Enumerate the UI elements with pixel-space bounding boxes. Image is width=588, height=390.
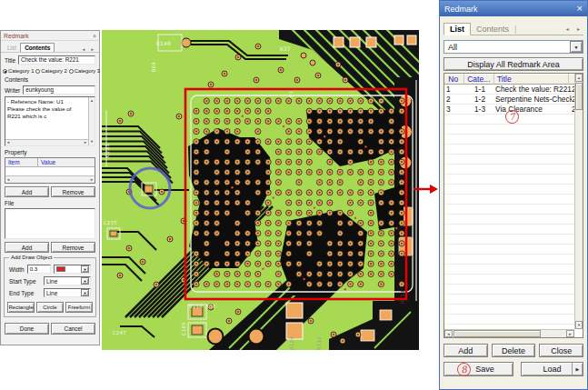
radio-category-2[interactable]: Category 2 — [35, 68, 66, 74]
left-panel-tabstrip: List Contents ◄ ► — [1, 41, 99, 53]
scroll-left-icon[interactable]: ◄ — [6, 139, 10, 146]
table-row-empty — [444, 265, 574, 275]
property-col-item[interactable]: Item — [5, 158, 38, 166]
scrollbar-thumb[interactable] — [575, 83, 583, 110]
file-label: File — [5, 200, 95, 206]
scroll-right-icon[interactable]: ► — [566, 330, 574, 337]
start-type-label: Start Type — [9, 278, 41, 285]
dropdown-icon[interactable]: ▼ — [81, 277, 89, 285]
right-panel-titlebar[interactable]: Redmark × — [440, 1, 587, 16]
dropdown-icon[interactable]: ▼ — [81, 265, 89, 273]
vertical-scrollbar[interactable]: ▲ ▼ — [574, 74, 583, 329]
property-table-body[interactable] — [5, 167, 95, 175]
scroll-up-icon[interactable]: ▲ — [90, 97, 94, 105]
add-button[interactable]: Add — [443, 344, 488, 357]
col-title[interactable]: Title — [494, 74, 569, 85]
table-row-empty — [444, 225, 574, 235]
table-row-empty — [444, 255, 574, 265]
table-row-empty — [444, 125, 574, 135]
tab-scroll-icons[interactable]: ◄ ► — [565, 26, 583, 35]
radio-icon — [69, 69, 74, 74]
tab-list[interactable]: List — [4, 44, 20, 52]
color-swatch — [56, 266, 65, 272]
screen: Redmark × List Contents ◄ ► Title Check … — [0, 0, 588, 390]
vertical-scrollbar[interactable]: ▲ ▼ — [88, 97, 95, 145]
writer-input[interactable]: eunkyoung — [23, 85, 95, 95]
close-icon[interactable]: × — [93, 33, 96, 39]
table-row-empty — [444, 215, 574, 225]
property-add-button[interactable]: Add — [5, 186, 49, 197]
tab-list[interactable]: List — [443, 23, 471, 35]
property-table: Item Value ◄ ► — [5, 157, 95, 184]
pcb-label: C105 — [181, 322, 186, 335]
pcb-label: R37 — [280, 45, 291, 52]
pcb-label: C233 — [105, 144, 110, 157]
delete-button[interactable]: Delete — [492, 344, 536, 357]
writer-label: Writer — [5, 87, 20, 94]
file-add-button[interactable]: Add — [5, 242, 49, 253]
horizontal-scrollbar[interactable]: ◄ ► — [444, 329, 574, 337]
pcb-label: R132 — [316, 336, 322, 350]
table-row[interactable]: 2 1-2 Serpentine Nets-Checking 20 — [444, 95, 574, 105]
horizontal-scrollbar[interactable]: ◄ ► — [5, 175, 95, 183]
table-row-empty — [444, 185, 574, 195]
save-button[interactable]: Save — [443, 362, 513, 376]
cancel-button[interactable]: Cancel — [51, 323, 95, 335]
scroll-up-icon[interactable]: ▲ — [575, 74, 583, 82]
horizontal-scrollbar[interactable]: ◄ ► — [5, 139, 88, 145]
radio-category-1[interactable]: Category 1 — [3, 68, 34, 74]
scrollbar-thumb[interactable] — [453, 330, 541, 337]
width-input[interactable]: 0.3 — [27, 265, 51, 274]
dropdown-icon[interactable]: ▼ — [570, 41, 583, 53]
contents-textarea[interactable]: - Reference Name: U1 Please check the va… — [5, 96, 95, 146]
table-row[interactable]: 1 1-1 Check the value: R221 20 — [444, 85, 574, 95]
pcb-label: B64 — [151, 62, 156, 72]
radio-icon — [35, 69, 40, 74]
load-button[interactable]: Load ▶ — [521, 362, 583, 376]
load-more-icon[interactable]: ▶ — [572, 363, 583, 375]
table-row-empty — [444, 305, 574, 315]
property-remove-button[interactable]: Remove — [51, 186, 95, 197]
title-input[interactable]: Check the value: R221 — [18, 55, 95, 65]
file-listbox[interactable] — [5, 208, 95, 239]
tab-contents[interactable]: Contents — [20, 43, 55, 52]
scroll-left-icon[interactable]: ◄ — [6, 177, 10, 182]
display-all-redmark-button[interactable]: Display All Redmark Area — [443, 57, 583, 71]
property-col-value[interactable]: Value — [38, 158, 95, 166]
pcb-label: R140 — [156, 40, 171, 46]
add-draw-object-group: Add Draw Object Width 0.3 ▼ Start Type L… — [4, 257, 96, 317]
scroll-down-icon[interactable]: ▼ — [575, 321, 583, 329]
table-row-empty — [444, 155, 574, 165]
category-filter-dropdown[interactable]: All ▼ — [443, 40, 583, 54]
width-label: Width — [9, 266, 25, 273]
col-no[interactable]: No — [444, 74, 464, 85]
line-color-dropdown[interactable]: ▼ — [54, 265, 91, 274]
radio-category-3[interactable]: Category 3 — [69, 68, 100, 74]
tab-scroll-icons[interactable]: ◄ ► — [82, 47, 96, 52]
circle-button[interactable]: Circle — [36, 302, 64, 313]
start-type-dropdown[interactable]: Line ▼ — [44, 276, 91, 285]
radio-icon — [3, 69, 7, 74]
col-category[interactable]: Cate... — [464, 74, 494, 85]
scroll-down-icon[interactable]: ▼ — [90, 138, 94, 145]
title-label: Title — [5, 57, 15, 64]
scroll-right-icon[interactable]: ► — [90, 177, 94, 182]
pcb-label: R118 R36 — [189, 304, 216, 309]
pcb-layout-view[interactable]: R140R37B64U11C233C235C247C105R118 R36R12… — [102, 30, 419, 350]
scroll-left-icon[interactable]: ◄ — [444, 330, 453, 337]
contents-label: Contents — [5, 76, 95, 83]
table-row-empty — [444, 285, 574, 295]
tab-contents[interactable]: Contents — [471, 24, 514, 35]
freeform-button[interactable]: Freeform — [65, 302, 93, 313]
redmark-arrow — [414, 184, 438, 195]
dropdown-icon[interactable]: ▼ — [81, 289, 89, 296]
done-button[interactable]: Done — [5, 323, 49, 335]
close-button[interactable]: Close — [539, 344, 583, 357]
table-row-empty — [444, 205, 574, 215]
file-remove-button[interactable]: Remove — [51, 242, 95, 253]
end-type-dropdown[interactable]: Line ▼ — [44, 288, 91, 297]
group-label: Add Draw Object — [9, 255, 54, 260]
rectangle-button[interactable]: Rectangle — [7, 302, 35, 313]
scroll-right-icon[interactable]: ► — [84, 139, 87, 146]
close-icon[interactable]: × — [577, 4, 583, 14]
